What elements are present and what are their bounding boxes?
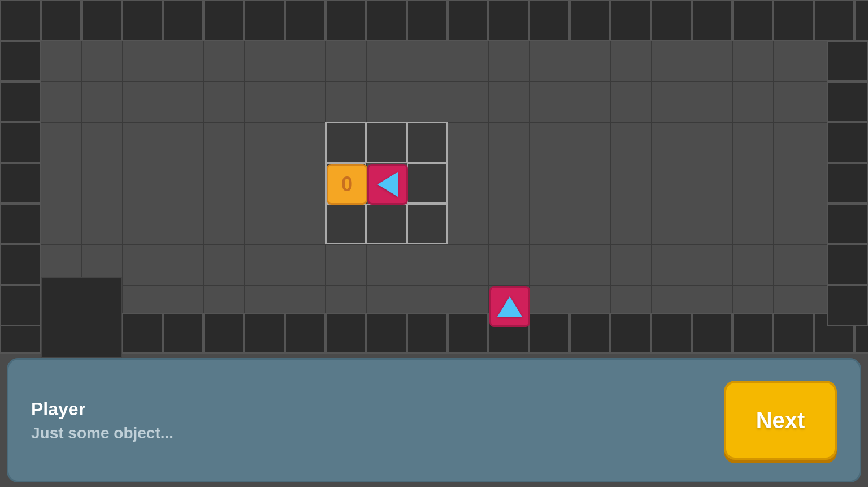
dialog-box: Player Just some object... Next [7,358,861,482]
highlight-cell [366,204,407,244]
highlight-cell [366,122,407,163]
highlight-cell [326,204,366,244]
dialog-text-area: Player Just some object... [31,399,724,442]
highlight-cell [407,163,448,204]
next-button[interactable]: Next [724,381,837,460]
dark-patch-bottomleft [41,277,122,358]
dialog-subtitle: Just some object... [31,424,724,442]
triangle-up-icon [497,296,522,317]
next-button-label: Next [756,408,805,433]
dialog-title: Player [31,399,724,420]
player-label: 0 [341,173,353,196]
goal-piece [489,286,530,327]
player-piece: 0 [327,164,367,205]
highlight-cell [326,122,366,163]
highlight-cell [407,204,448,244]
arrow-piece [367,164,408,205]
game-container: 0 Player Just some object... Next [0,0,868,487]
highlight-cell [407,122,448,163]
arrow-left-icon [377,172,398,197]
